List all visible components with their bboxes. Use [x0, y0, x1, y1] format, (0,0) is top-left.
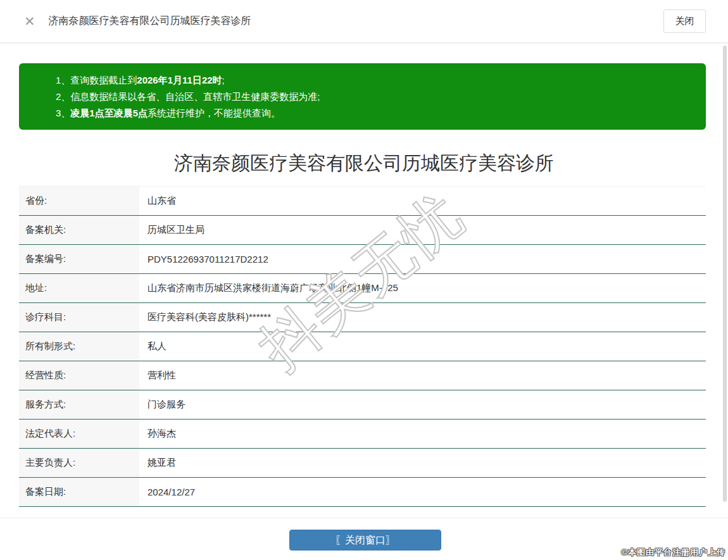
notice-text: 2、信息数据结果以各省、自治区、直辖市卫生健康委数据为准;: [56, 91, 320, 102]
notice-text: 3、: [56, 108, 70, 118]
table-row: 备案日期: 2024/12/27: [19, 478, 706, 507]
notice-box: 1、查询数据截止到2026年1月11日22时; 2、信息数据结果以各省、自治区、…: [19, 63, 706, 130]
table-row: 服务方式: 门诊服务: [19, 390, 706, 420]
notice-text: 系统进行维护，不能提供查询。: [147, 108, 280, 118]
row-label: 备案日期:: [19, 478, 139, 506]
row-label: 所有制形式:: [19, 332, 139, 361]
table-row: 法定代表人: 孙海杰: [19, 420, 706, 449]
row-value: 门诊服务: [139, 390, 706, 419]
row-label: 主要负责人:: [19, 449, 139, 477]
scrollbar[interactable]: [723, 46, 727, 502]
detail-table: 省份: 山东省 备案机关: 历城区卫生局 备案编号: PDY5122693701…: [19, 186, 706, 507]
section-divider: [0, 518, 728, 518]
row-value: 孙海杰: [139, 420, 706, 448]
table-row: 省份: 山东省: [19, 187, 706, 216]
notice-item: 3、凌晨1点至凌晨5点系统进行维护，不能提供查询。: [56, 105, 693, 121]
notice-text: ;: [222, 75, 225, 85]
close-icon[interactable]: ✕: [24, 15, 35, 28]
close-window-button[interactable]: 〖关闭窗口〗: [289, 530, 441, 551]
row-value: 私人: [139, 332, 706, 361]
row-value: 历城区卫生局: [139, 216, 706, 244]
window-title: 济南奈颜医疗美容有限公司历城医疗美容诊所: [49, 15, 251, 28]
notice-bold-text: 凌晨1点至凌晨5点: [70, 108, 147, 118]
row-label: 诊疗科目:: [19, 303, 139, 332]
table-row: 所有制形式: 私人: [19, 332, 706, 361]
notice-text: 1、查询数据截止到: [56, 75, 137, 85]
credit-watermark: ©本图由平台注册用户上传: [621, 547, 725, 558]
row-value: 医疗美容科(美容皮肤科)******: [139, 303, 706, 332]
row-value: 2024/12/27: [139, 478, 706, 506]
row-label: 备案机关:: [19, 216, 139, 244]
row-label: 法定代表人:: [19, 420, 139, 448]
row-label: 省份:: [19, 187, 139, 215]
top-bar: ✕ 济南奈颜医疗美容有限公司历城医疗美容诊所 关闭: [0, 0, 728, 43]
table-row: 诊疗科目: 医疗美容科(美容皮肤科)******: [19, 303, 706, 332]
table-row: 地址: 山东省济南市历城区洪家楼街道海蔚广场商业北侧1幢M-025: [19, 274, 706, 303]
close-button[interactable]: 关闭: [663, 9, 706, 33]
page-title: 济南奈颜医疗美容有限公司历城医疗美容诊所: [0, 151, 728, 177]
table-row: 备案机关: 历城区卫生局: [19, 216, 706, 245]
row-label: 经营性质:: [19, 361, 139, 390]
notice-item: 1、查询数据截止到2026年1月11日22时;: [56, 72, 693, 89]
notice-bold-text: 2026年1月11日22时: [137, 75, 222, 85]
table-row: 备案编号: PDY51226937011217D2212: [19, 245, 706, 274]
table-row: 主要负责人: 姚亚君: [19, 449, 706, 478]
row-label: 地址:: [19, 274, 139, 302]
row-value: 姚亚君: [139, 449, 706, 477]
row-value: 营利性: [139, 361, 706, 390]
row-value: PDY51226937011217D2212: [139, 245, 706, 273]
row-label: 备案编号:: [19, 245, 139, 273]
row-label: 服务方式:: [19, 390, 139, 419]
table-row: 经营性质: 营利性: [19, 361, 706, 390]
row-value: 山东省: [139, 187, 706, 215]
row-value: 山东省济南市历城区洪家楼街道海蔚广场商业北侧1幢M-025: [139, 274, 706, 302]
notice-item: 2、信息数据结果以各省、自治区、直辖市卫生健康委数据为准;: [56, 89, 693, 105]
